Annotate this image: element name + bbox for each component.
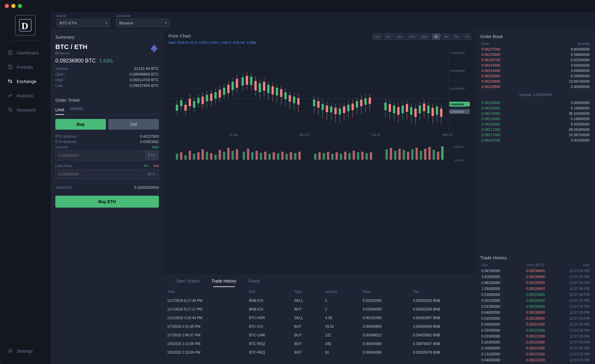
th-row-time: 12:07:05 PM <box>554 310 590 315</box>
td-pair: BTC-REQ <box>245 348 291 357</box>
svg-point-7 <box>10 350 11 352</box>
ob-spread: Spread: 0.00009400 <box>480 91 591 99</box>
price-input[interactable] <box>56 170 145 179</box>
svg-rect-124 <box>423 103 425 111</box>
bottom-tabs: Open Orders Trade History Funds <box>164 275 476 287</box>
th-row-time: 12:07:06 PM <box>554 269 590 273</box>
time-btn-6h[interactable]: 6h <box>452 33 461 40</box>
chart-wrapper: 0.093300000 0.092000000 0.091000000 0.09… <box>168 47 471 160</box>
eth-balance-row: ETH Balance: 0.02853862 <box>55 140 159 144</box>
td-time: 1/7/2018 2:51:45 PM <box>164 322 245 331</box>
time-btn-1d[interactable]: 1d <box>462 33 471 40</box>
sidebar-item-portfolio[interactable]: Portfolio <box>0 60 51 74</box>
sidebar-divider <box>10 40 40 41</box>
time-btn-3m[interactable]: 3m <box>384 33 394 40</box>
svg-rect-58 <box>259 83 261 92</box>
tab-funds[interactable]: Funds <box>242 275 266 287</box>
svg-rect-114 <box>402 106 404 113</box>
amount-input[interactable] <box>56 151 145 160</box>
ob-header: Price Quantity <box>480 42 591 46</box>
app-window: D Dashboard <box>0 0 595 364</box>
sidebar-item-settings[interactable]: Settings <box>0 344 51 358</box>
submit-order-button[interactable]: Buy ETH <box>55 196 159 208</box>
svg-rect-102 <box>364 98 367 105</box>
svg-rect-172 <box>281 152 284 160</box>
time-btn-5m[interactable]: 5m <box>395 33 405 40</box>
minimize-button[interactable] <box>11 4 15 8</box>
sidebar-item-analysis[interactable]: Analysis <box>0 88 51 103</box>
td-amount: 134 <box>322 357 359 359</box>
svg-rect-116 <box>406 104 408 112</box>
svg-rect-150 <box>184 155 187 160</box>
svg-rect-159 <box>223 152 225 160</box>
ask-link[interactable]: Ask <box>154 164 159 168</box>
svg-rect-148 <box>176 154 178 160</box>
market-select[interactable]: BTC-ETH <box>57 19 110 27</box>
high-label: High <box>55 78 68 82</box>
ob-buy-price: 0.09216900 <box>481 117 500 121</box>
tab-open-orders[interactable]: Open Orders <box>170 275 206 287</box>
amount-unit: ETH <box>145 151 159 160</box>
tab-market[interactable]: Market <box>70 106 83 112</box>
ob-sell-qty: 0.03200000 <box>571 58 590 62</box>
svg-rect-70 <box>284 92 287 99</box>
svg-rect-54 <box>250 77 253 85</box>
chart-section: Price Chart 1m 3m 5m 15m 30m 1h 4h 6h 1d <box>164 30 476 275</box>
maximize-button[interactable] <box>18 4 22 8</box>
svg-rect-151 <box>189 151 191 160</box>
tab-trade-history[interactable]: Trade History <box>206 275 242 287</box>
svg-rect-162 <box>236 149 238 160</box>
trade-history-row: 0.001000000.0922300012:07:05 PM <box>480 298 591 304</box>
svg-text:Mon 22: Mon 22 <box>300 133 309 136</box>
max-link[interactable]: Max <box>152 145 159 149</box>
svg-rect-50 <box>242 77 244 86</box>
sidebar-item-research[interactable]: Research <box>0 103 51 117</box>
svg-rect-165 <box>251 152 254 160</box>
sell-button[interactable]: Sell <box>108 119 159 130</box>
close-button[interactable] <box>5 4 9 8</box>
svg-rect-118 <box>410 107 412 115</box>
svg-rect-108 <box>389 104 391 112</box>
sidebar-item-exchange[interactable]: Exchange <box>0 74 51 88</box>
total-row: Total BTC: 0.0000000000 <box>55 183 159 192</box>
td-price: 0.00001464 <box>359 357 409 359</box>
exchange-select[interactable]: Binance <box>116 19 170 27</box>
th-row-size: 0.01500000 <box>481 316 517 321</box>
time-btn-15m[interactable]: 15m <box>406 33 417 40</box>
svg-rect-32 <box>201 97 204 104</box>
svg-rect-74 <box>293 97 295 103</box>
market-label: Market <box>57 14 110 18</box>
svg-rect-52 <box>246 76 248 85</box>
time-btn-4h[interactable]: 4h <box>442 33 451 40</box>
th-row-size: 0.98100000 <box>481 281 517 285</box>
svg-rect-181 <box>331 154 333 160</box>
svg-text:0.091000000: 0.091000000 <box>450 87 465 90</box>
svg-rect-197 <box>411 149 414 160</box>
bid-link[interactable]: Bid <box>144 164 149 168</box>
bottom-table-scroll[interactable]: Time Pair Type Amount Price Fee <box>164 287 476 359</box>
trade-history-row: 0.146000000.0922200012:07:05 PM <box>480 345 591 351</box>
trade-history-title: Trade History <box>480 255 591 260</box>
summary-title: Summary <box>55 34 159 40</box>
th-row-price: 0.09223000 <box>517 293 553 297</box>
time-btn-30m[interactable]: 30m <box>419 33 430 40</box>
table-row: 1/17/2018 6:17:17 PM BNB-ICX BUY 2 0.529… <box>164 305 476 314</box>
ob-sell-price: 0.06233400 <box>481 69 500 73</box>
ob-buy-price: 0.09217100 <box>481 128 500 132</box>
svg-rect-128 <box>432 108 434 116</box>
btc-balance-label: BTC Balance: <box>55 134 77 139</box>
time-btn-1h[interactable]: 1h <box>432 33 441 40</box>
svg-rect-166 <box>256 151 258 160</box>
sidebar-item-dashboard[interactable]: Dashboard <box>0 46 51 60</box>
svg-rect-84 <box>326 106 328 112</box>
ob-sell-price: 0.06230000 <box>481 74 500 78</box>
volume-label: Volume <box>55 66 68 71</box>
tab-limit[interactable]: Limit <box>55 106 64 115</box>
ob-sell-row: 0.062357000.03200000 <box>480 57 591 63</box>
svg-rect-48 <box>236 79 238 88</box>
summary-exchange: Binance <box>55 51 87 55</box>
buy-button[interactable]: Buy <box>55 119 106 130</box>
ob-sell-price: 0.06237000 <box>481 47 500 51</box>
time-btn-1m[interactable]: 1m <box>372 33 382 40</box>
th-row-price: 0.09222300 <box>517 358 553 362</box>
